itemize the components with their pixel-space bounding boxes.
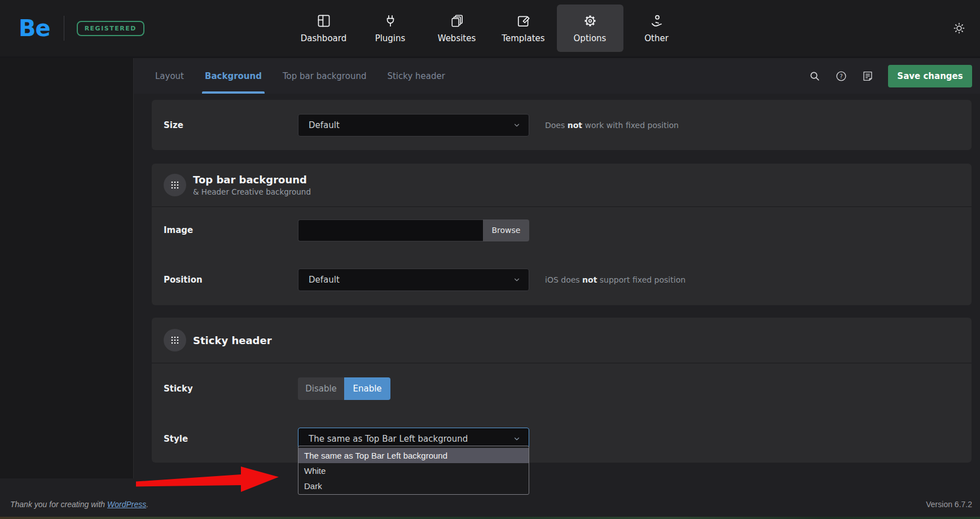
betheme-options-page: Be REGISTERED Dashboard Plugins xyxy=(0,0,980,519)
main-nav: Dashboard Plugins Websites xyxy=(291,0,690,56)
tab-top-bar-background[interactable]: Top bar background xyxy=(283,58,366,94)
tab-layout[interactable]: Layout xyxy=(155,58,184,94)
style-label: Style xyxy=(164,434,298,444)
position-select[interactable]: Default xyxy=(298,269,529,291)
tab-strip: Layout Background Top bar background Sti… xyxy=(134,58,445,94)
be-logo[interactable]: Be xyxy=(19,15,50,41)
chevron-down-icon xyxy=(513,435,521,443)
sticky-toggle-group: Disable Enable xyxy=(298,377,390,400)
enable-button[interactable]: Enable xyxy=(344,377,390,400)
image-row: Image Browse xyxy=(152,207,972,253)
image-url-input[interactable] xyxy=(298,219,483,241)
chevron-down-icon xyxy=(513,121,521,129)
help-icon[interactable]: ? xyxy=(835,70,847,82)
section-header: Top bar background & Header Creative bac… xyxy=(152,164,972,206)
nav-label: Dashboard xyxy=(301,33,346,43)
hint-bold: not xyxy=(568,121,582,130)
nav-label: Templates xyxy=(502,33,544,43)
hint-text: support fixed position xyxy=(597,275,685,284)
nav-label: Plugins xyxy=(375,33,406,43)
changelog-icon[interactable] xyxy=(862,70,874,82)
gear-icon xyxy=(583,14,597,28)
tab-background[interactable]: Background xyxy=(205,58,262,94)
section-title: Sticky header xyxy=(193,335,272,346)
options-toolbar: Layout Background Top bar background Sti… xyxy=(134,58,980,94)
nav-item-other[interactable]: Other xyxy=(623,5,690,52)
care-hand-icon xyxy=(649,14,664,28)
hint-text: work with fixed position xyxy=(582,121,679,130)
tab-sticky-header[interactable]: Sticky header xyxy=(387,58,445,94)
registered-badge: REGISTERED xyxy=(77,21,144,36)
hint-text: iOS does xyxy=(545,275,582,284)
dot-grid-icon xyxy=(170,181,179,190)
dropdown-option-dark[interactable]: Dark xyxy=(298,478,529,494)
logo-divider xyxy=(64,16,64,41)
svg-text:?: ? xyxy=(840,73,842,79)
style-select-value: The same as Top Bar Left background xyxy=(309,434,513,444)
nav-item-options[interactable]: Options xyxy=(557,5,623,52)
top-bar-background-card: Top bar background & Header Creative bac… xyxy=(152,164,972,305)
nav-label: Websites xyxy=(438,33,476,43)
settings-panel: Size Default Does not work with fixed po… xyxy=(134,94,980,478)
footer-thanks: Thank you for creating with WordPress. xyxy=(10,500,148,509)
footer-text: Thank you for creating with xyxy=(10,500,107,509)
sticky-label: Sticky xyxy=(164,384,298,394)
page-preview-strip xyxy=(0,517,980,519)
size-select-value: Default xyxy=(309,120,513,130)
chevron-down-icon xyxy=(513,276,521,284)
dashboard-icon xyxy=(317,14,331,28)
wordpress-link[interactable]: WordPress xyxy=(107,500,146,509)
template-edit-icon xyxy=(516,14,531,28)
image-label: Image xyxy=(164,225,298,235)
dot-grid-icon xyxy=(170,336,179,345)
nav-item-plugins[interactable]: Plugins xyxy=(357,5,424,52)
section-title: Top bar background xyxy=(193,174,311,186)
size-card: Size Default Does not work with fixed po… xyxy=(152,100,972,150)
section-header: Sticky header xyxy=(152,318,972,363)
left-sidebar xyxy=(0,58,134,478)
dropdown-option-same-as-top-bar[interactable]: The same as Top Bar Left background xyxy=(298,448,529,463)
sticky-row: Sticky Disable Enable xyxy=(152,363,972,414)
hint-bold: not xyxy=(582,275,597,284)
style-dropdown-list: The same as Top Bar Left background Whit… xyxy=(298,446,529,495)
section-handle[interactable] xyxy=(164,329,186,351)
size-select[interactable]: Default xyxy=(298,114,529,137)
section-subtitle: & Header Creative background xyxy=(193,187,311,196)
save-changes-button[interactable]: Save changes xyxy=(888,65,972,87)
sun-icon[interactable] xyxy=(953,22,965,34)
browse-button[interactable]: Browse xyxy=(483,219,529,241)
dropdown-option-white[interactable]: White xyxy=(298,463,529,478)
nav-label: Other xyxy=(644,33,669,43)
version-label: Version 6.7.2 xyxy=(926,500,972,509)
plug-icon xyxy=(383,14,398,28)
size-hint: Does not work with fixed position xyxy=(545,121,679,130)
disable-button[interactable]: Disable xyxy=(298,377,344,400)
position-row: Position Default iOS does not support fi… xyxy=(152,253,972,306)
footer-text: . xyxy=(146,500,148,509)
size-row: Size Default Does not work with fixed po… xyxy=(152,100,972,150)
size-label: Size xyxy=(164,120,298,130)
position-label: Position xyxy=(164,275,298,285)
hint-text: Does xyxy=(545,121,568,130)
section-handle[interactable] xyxy=(164,174,186,196)
stacked-pages-icon xyxy=(450,14,464,28)
sticky-header-card: Sticky header Sticky Disable Enable Styl… xyxy=(152,318,972,463)
nav-item-dashboard[interactable]: Dashboard xyxy=(291,5,357,52)
position-select-value: Default xyxy=(309,275,513,285)
nav-item-templates[interactable]: Templates xyxy=(490,5,557,52)
nav-label: Options xyxy=(574,33,607,43)
position-hint: iOS does not support fixed position xyxy=(545,275,685,284)
top-header: Be REGISTERED Dashboard Plugins xyxy=(0,0,980,56)
nav-item-websites[interactable]: Websites xyxy=(424,5,490,52)
search-icon[interactable] xyxy=(808,70,821,82)
style-row: Style The same as Top Bar Left backgroun… xyxy=(152,414,972,463)
